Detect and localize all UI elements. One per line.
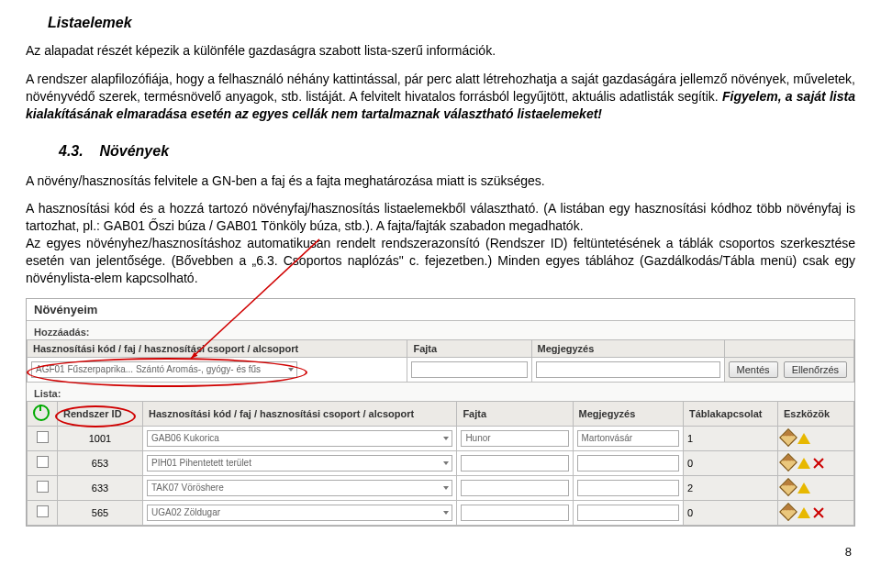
cell-tools xyxy=(778,500,854,525)
dropdown-value: AGF01 Fűszerpaprika... Szántó Aromás-, g… xyxy=(36,364,261,374)
th-actions xyxy=(724,339,854,357)
cell-fajta-input xyxy=(407,357,531,382)
cell-check xyxy=(28,450,58,475)
cell-tabla: 0 xyxy=(684,450,778,475)
cell-tabla: 2 xyxy=(684,475,778,500)
row-checkbox[interactable] xyxy=(37,431,49,443)
table-row: 633 TAK07 Vöröshere 2 xyxy=(28,475,854,500)
paragraph-intro: Az alapadat részét képezik a különféle g… xyxy=(26,42,855,60)
cell-rid: 565 xyxy=(58,500,143,525)
cell-kod: TAK07 Vöröshere xyxy=(143,475,457,500)
value: PIH01 Pihentetett terület xyxy=(151,458,251,468)
paragraph-philosophy: A rendszer alapfilozófiája, hogy a felha… xyxy=(26,71,855,123)
cell-rid: 653 xyxy=(58,450,143,475)
row-checkbox[interactable] xyxy=(37,481,49,493)
th-rid: Rendszer ID xyxy=(58,401,143,426)
cell-tools xyxy=(778,426,854,450)
cell-kod: UGA02 Zöldugar xyxy=(143,500,457,525)
value: Hunor xyxy=(465,433,490,443)
text: A hasznosítási kód és a hozzá tartozó nö… xyxy=(26,201,855,233)
page-number: 8 xyxy=(26,545,855,559)
plants-panel: Növényeim Hozzáadás: Hasznosítási kód / … xyxy=(26,298,855,527)
edit-icon[interactable] xyxy=(779,428,797,447)
check-button[interactable]: Ellenőrzés xyxy=(784,361,847,378)
warn-icon[interactable] xyxy=(797,458,810,469)
cell-megj: Martonvásár xyxy=(573,426,684,450)
cell-kod-input: AGF01 Fűszerpaprika... Szántó Aromás-, g… xyxy=(28,357,407,382)
megj-field[interactable]: Martonvásár xyxy=(577,430,680,447)
megj-field[interactable] xyxy=(577,455,680,472)
megj-field[interactable] xyxy=(577,505,680,521)
fajta-field[interactable] xyxy=(461,505,568,521)
cell-megj xyxy=(573,450,684,475)
th-fajta2: Fajta xyxy=(457,401,573,426)
text: Az alapadat részét képezik a különféle g… xyxy=(26,43,496,58)
save-button[interactable]: Mentés xyxy=(729,361,778,378)
cell-kod: GAB06 Kukorica xyxy=(143,426,457,450)
table-row: 653 PIH01 Pihentetett terület 0 xyxy=(28,450,854,475)
text: Az egyes növényhez/hasznosításhoz automa… xyxy=(26,236,855,285)
cell-megj-input xyxy=(531,357,724,382)
delete-icon[interactable] xyxy=(813,458,824,469)
cell-fajta: Hunor xyxy=(457,426,573,450)
fajta-field[interactable] xyxy=(461,455,568,472)
megj-input[interactable] xyxy=(536,361,720,378)
text: A növény/hasznosítás felvitele a GN‐ben … xyxy=(26,173,545,188)
section-name: Növények xyxy=(99,143,169,159)
row-checkbox[interactable] xyxy=(37,456,49,468)
cell-kod: PIH01 Pihentetett terület xyxy=(143,450,457,475)
value: Martonvásár xyxy=(582,433,633,443)
fajta-field[interactable] xyxy=(461,480,568,496)
delete-icon[interactable] xyxy=(813,507,824,518)
edit-icon[interactable] xyxy=(779,503,797,521)
label-hozzaadas: Hozzáadás: xyxy=(27,321,854,339)
warn-icon[interactable] xyxy=(797,507,810,518)
cell-rid: 633 xyxy=(58,475,143,500)
value: GAB06 Kukorica xyxy=(151,433,219,443)
power-icon[interactable] xyxy=(33,405,50,421)
kod-field[interactable]: TAK07 Vöröshere xyxy=(147,480,452,496)
kod-field[interactable]: PIH01 Pihentetett terület xyxy=(147,455,452,472)
cell-check xyxy=(28,500,58,525)
cell-fajta xyxy=(457,475,573,500)
megj-field[interactable] xyxy=(577,480,680,496)
cell-check xyxy=(28,475,58,500)
th-kod: Hasznosítási kód / faj / hasznosítási cs… xyxy=(28,339,407,357)
cell-tabla: 1 xyxy=(684,426,778,450)
cell-tools xyxy=(778,450,854,475)
kod-field[interactable]: GAB06 Kukorica xyxy=(147,430,452,447)
value: TAK07 Vöröshere xyxy=(151,483,224,493)
table-row: Rendszer ID Hasznosítási kód / faj / has… xyxy=(28,401,854,426)
table-row: AGF01 Fűszerpaprika... Szántó Aromás-, g… xyxy=(28,357,854,382)
fajta-field[interactable]: Hunor xyxy=(461,430,568,447)
kod-field[interactable]: UGA02 Zöldugar xyxy=(147,505,452,521)
cell-rid: 1001 xyxy=(58,426,143,450)
cell-tabla: 0 xyxy=(684,500,778,525)
warn-icon[interactable] xyxy=(797,483,810,494)
row-checkbox[interactable] xyxy=(37,505,49,517)
paragraph-plants-2: A hasznosítási kód és a hozzá tartozó nö… xyxy=(26,200,855,286)
th-megj2: Megjegyzés xyxy=(573,401,684,426)
cell-megj xyxy=(573,475,684,500)
edit-icon[interactable] xyxy=(779,453,797,472)
table-row: 565 UGA02 Zöldugar 0 xyxy=(28,500,854,525)
th-kod2: Hasznosítási kód / faj / hasznosítási cs… xyxy=(143,401,457,426)
th-tools: Eszközök xyxy=(778,401,854,426)
cell-check xyxy=(28,426,58,450)
value: UGA02 Zöldugar xyxy=(151,507,220,517)
add-table: Hasznosítási kód / faj / hasznosítási cs… xyxy=(27,339,854,383)
warn-icon[interactable] xyxy=(797,433,810,444)
fajta-input[interactable] xyxy=(411,361,527,378)
kod-dropdown[interactable]: AGF01 Fűszerpaprika... Szántó Aromás-, g… xyxy=(31,361,297,378)
cell-fajta xyxy=(457,500,573,525)
edit-icon[interactable] xyxy=(779,478,797,496)
label-lista: Lista: xyxy=(27,383,854,401)
section-number: 4.3. xyxy=(59,143,84,159)
cell-buttons: Mentés Ellenőrzés xyxy=(724,357,854,382)
th-power xyxy=(28,401,58,426)
cell-megj xyxy=(573,500,684,525)
th-fajta: Fajta xyxy=(407,339,531,357)
heading-section-4-3: 4.3. Növények xyxy=(59,143,855,160)
th-rid-text: Rendszer ID xyxy=(63,408,122,419)
th-tabla: Táblakapcsolat xyxy=(684,401,778,426)
